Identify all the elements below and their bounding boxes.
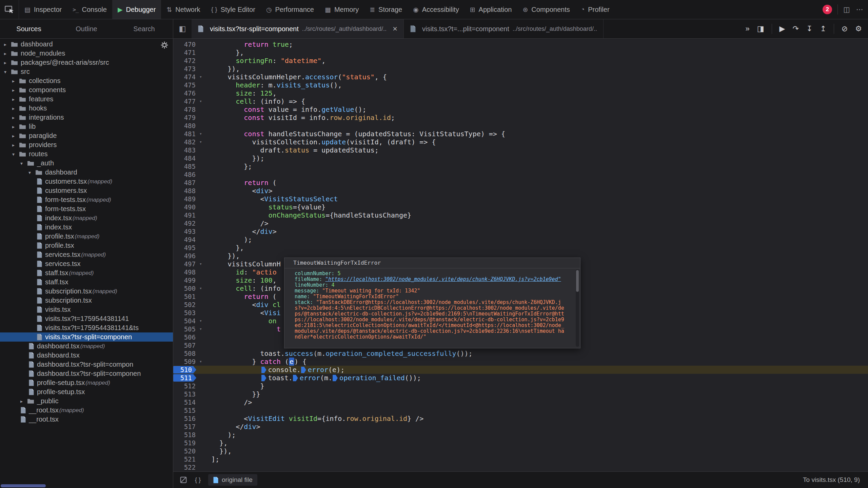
line-number-502[interactable]: 502 [174, 301, 196, 309]
line-number-518[interactable]: 518 [174, 431, 196, 439]
popup-scrollbar-thumb[interactable] [576, 270, 579, 292]
code-text[interactable]: }} [206, 390, 260, 398]
line-number-501[interactable]: 501 [174, 292, 196, 301]
inline-breakpoint-marker[interactable] [333, 375, 338, 381]
twisty-icon[interactable]: ▾ [28, 170, 35, 175]
line-number-522[interactable]: 522 [174, 463, 196, 471]
line-number-475[interactable]: 475 [174, 81, 196, 89]
settings-gear-icon[interactable]: ⚙ [855, 24, 862, 33]
fold-arrow-icon[interactable]: ▾ [196, 130, 206, 138]
split-console-icon[interactable]: ◫ [843, 5, 850, 14]
line-number-476[interactable]: 476 [174, 89, 196, 97]
code-text[interactable] [206, 333, 211, 341]
twisty-icon[interactable]: ▸ [12, 78, 19, 84]
code-text[interactable]: console.error(e); [206, 366, 344, 374]
fold-arrow-icon[interactable]: ▾ [196, 97, 206, 105]
code-text[interactable]: <div cl [206, 301, 281, 309]
tree-folder-integrations[interactable]: ▸integrations [0, 113, 173, 122]
code-text[interactable]: const handleStatusChange = (updatedStatu… [206, 130, 505, 138]
tree-folder-_public[interactable]: ▸_public [0, 396, 173, 406]
tree-file-subscription.tsx[interactable]: subscription.tsx(mapped) [0, 287, 173, 296]
breakpoint-badge-511[interactable]: 511 [173, 374, 196, 382]
code-text[interactable]: ]; [206, 455, 219, 463]
code-text[interactable]: }), [206, 447, 232, 455]
line-number-503[interactable]: 503 [174, 309, 196, 317]
code-text[interactable]: visitsColumnH [206, 260, 281, 268]
code-text[interactable] [206, 170, 211, 179]
element-picker-icon[interactable] [0, 0, 19, 19]
code-text[interactable]: return ( [206, 292, 277, 301]
tree-file-dashboard.tsx[interactable]: dashboard.tsx [0, 351, 173, 360]
tree-file-__root.tsx[interactable]: __root.tsx(mapped) [0, 406, 173, 415]
inline-breakpoint-marker[interactable] [261, 367, 267, 373]
line-number-497[interactable]: 497 [174, 260, 196, 268]
blackbox-source-icon[interactable]: ⊘ [842, 24, 848, 33]
fold-arrow-icon[interactable]: ▾ [196, 73, 206, 81]
tree-file-index.tsx[interactable]: index.tsx [0, 223, 173, 232]
code-text[interactable] [206, 406, 211, 414]
line-number-507[interactable]: 507 [174, 341, 196, 349]
tool-tab-style-editor[interactable]: { }Style Editor [206, 0, 261, 19]
line-number-514[interactable]: 514 [174, 398, 196, 406]
line-number-509[interactable]: 509 [174, 358, 196, 366]
code-text[interactable]: return ( [206, 179, 277, 187]
tool-tab-profiler[interactable]: ◔Profiler [575, 0, 615, 19]
line-number-495[interactable]: 495 [174, 244, 196, 252]
line-number-506[interactable]: 506 [174, 333, 196, 341]
fold-arrow-icon[interactable]: ▾ [196, 325, 206, 333]
code-text[interactable]: <div> [206, 187, 273, 195]
code-text[interactable] [206, 341, 211, 349]
line-number-504[interactable]: 504 [174, 317, 196, 325]
tool-tab-storage[interactable]: ≣Storage [364, 0, 408, 19]
tree-file-form-tests.tsx[interactable]: form-tests.tsx [0, 204, 173, 214]
line-number-492[interactable]: 492 [174, 219, 196, 227]
line-number-480[interactable]: 480 [174, 122, 196, 130]
code-text[interactable]: visitsCollection.update(visitId, (draft)… [206, 138, 436, 146]
tool-tab-components[interactable]: ⊛Components [517, 0, 575, 19]
line-number-472[interactable]: 472 [174, 57, 196, 65]
code-text[interactable]: header: m.visits_status(), [206, 81, 342, 89]
source-tab-active[interactable]: visits.tsx?tsr-split=component ../src/ro… [192, 19, 404, 38]
tree-folder-dashboard[interactable]: ▾dashboard [0, 168, 173, 177]
line-number-516[interactable]: 516 [174, 414, 196, 423]
line-number-496[interactable]: 496 [174, 252, 196, 260]
tab-search[interactable]: Search [115, 19, 173, 38]
step-out-icon[interactable]: ↥ [820, 24, 826, 33]
tree-folder-hooks[interactable]: ▸hooks [0, 104, 173, 113]
mapped-source-link[interactable]: To visits.tsx (510, 9) [803, 476, 860, 484]
tree-file-staff.tsx[interactable]: staff.tsx [0, 278, 173, 287]
close-tab-icon[interactable]: × [393, 24, 397, 34]
step-over-icon[interactable]: ↷ [793, 24, 799, 33]
line-number-473[interactable]: 473 [174, 65, 196, 73]
tool-tab-accessibility[interactable]: ◉Accessibility [408, 0, 465, 19]
tree-folder-paraglide[interactable]: ▸paraglide [0, 131, 173, 140]
code-text[interactable]: <Visi [206, 309, 281, 317]
tree-file-subscription.tsx[interactable]: subscription.tsx [0, 296, 173, 305]
tree-folder-src[interactable]: ▾src [0, 67, 173, 76]
twisty-icon[interactable]: ▸ [12, 124, 19, 129]
line-number-483[interactable]: 483 [174, 146, 196, 154]
line-number-487[interactable]: 487 [174, 179, 196, 187]
code-text[interactable]: status={value} [206, 203, 326, 211]
line-number-470[interactable]: 470 [174, 40, 196, 48]
tree-folder-collections[interactable]: ▸collections [0, 76, 173, 85]
fold-arrow-icon[interactable]: ▾ [196, 138, 206, 146]
code-text[interactable]: size: 125, [206, 89, 277, 97]
tree-file-visits.tsx-tsr-split-componen[interactable]: visits.tsx?tsr-split=componen [0, 332, 173, 342]
popup-scrollbar[interactable] [576, 269, 579, 347]
tree-folder-features[interactable]: ▸features [0, 95, 173, 104]
code-text[interactable]: sortingFn: "datetime", [206, 57, 326, 65]
line-number-479[interactable]: 479 [174, 114, 196, 122]
tab-outline[interactable]: Outline [58, 19, 115, 38]
code-text[interactable]: }, [206, 48, 244, 57]
tool-tab-console[interactable]: >_Console [67, 0, 112, 19]
code-text[interactable]: cell: (info [206, 284, 281, 292]
step-in-icon[interactable]: ↧ [806, 24, 812, 33]
tree-file-dashboard.tsx[interactable]: dashboard.tsx(mapped) [0, 342, 173, 351]
tree-file-visits.tsx-t-1759544381141[interactable]: visits.tsx?t=1759544381141 [0, 314, 173, 323]
line-number-485[interactable]: 485 [174, 162, 196, 170]
line-number-508[interactable]: 508 [174, 349, 196, 358]
original-file-toggle[interactable]: original file [208, 474, 257, 486]
code-text[interactable]: t [206, 325, 281, 333]
code-text[interactable]: /> [206, 398, 252, 406]
